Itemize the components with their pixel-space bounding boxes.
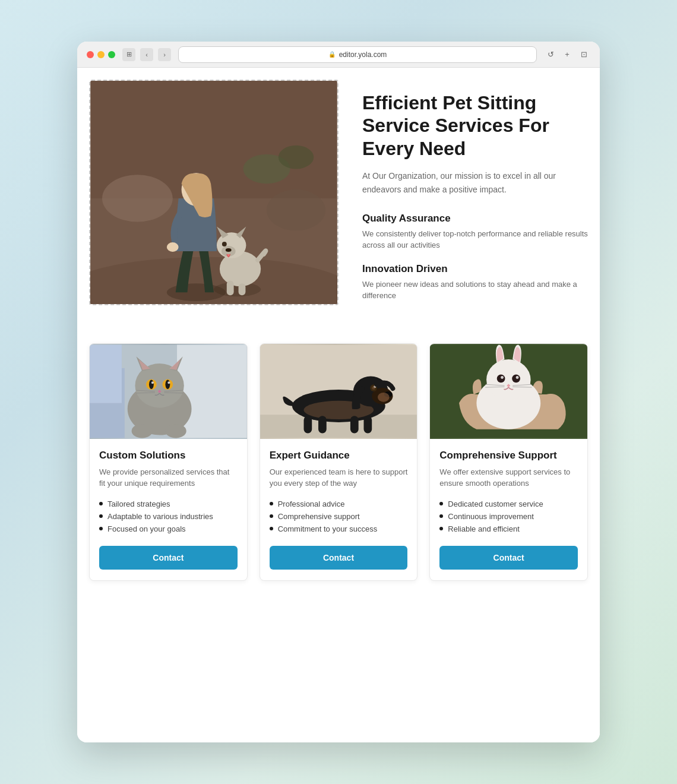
card-list-comprehensive: Dedicated customer service Continuous im…	[439, 498, 578, 535]
svg-rect-19	[177, 345, 247, 438]
bullet-icon	[99, 514, 103, 518]
cards-section: Custom Solutions We provide personalized…	[89, 337, 588, 587]
add-tab-button[interactable]: +	[561, 48, 574, 61]
bullet-icon	[270, 514, 273, 518]
bullet-icon	[439, 527, 443, 530]
browser-controls: ⊞ ‹ ›	[122, 48, 171, 61]
card-body-expert: Expert Guidance Our experienced team is …	[260, 439, 417, 580]
cat-image	[90, 344, 247, 439]
card-custom-solutions: Custom Solutions We provide personalized…	[89, 343, 248, 581]
browser-window: ⊞ ‹ › 🔒 editor.yola.com ↺ + ⊡	[77, 42, 600, 742]
browser-chrome: ⊞ ‹ › 🔒 editor.yola.com ↺ + ⊡	[77, 42, 600, 68]
svg-point-49	[378, 393, 390, 402]
bullet-icon	[439, 502, 443, 505]
dog-image	[260, 344, 417, 439]
card-list-expert: Professional advice Comprehensive suppor…	[270, 498, 408, 535]
page-content: Efficient Pet Sitting Service Services F…	[77, 68, 600, 742]
svg-point-27	[165, 380, 170, 389]
bullet-text: Dedicated customer service	[448, 500, 543, 508]
svg-point-29	[167, 381, 170, 384]
svg-point-9	[167, 242, 179, 252]
refresh-button[interactable]: ↺	[544, 48, 557, 61]
traffic-lights	[87, 51, 115, 58]
hero-title: Efficient Pet Sitting Service Services F…	[362, 91, 588, 160]
card-title-custom: Custom Solutions	[99, 450, 238, 461]
feature-title-quality: Quality Assurance	[362, 213, 588, 225]
extensions-button[interactable]: ⊡	[577, 48, 590, 61]
svg-point-50	[372, 386, 375, 390]
list-item: Commitment to your success	[270, 523, 408, 535]
contact-button-comprehensive[interactable]: Contact	[439, 546, 578, 570]
bullet-text: Reliable and efficient	[448, 524, 519, 533]
address-bar[interactable]: 🔒 editor.yola.com	[178, 46, 537, 63]
contact-button-expert[interactable]: Contact	[270, 546, 408, 570]
list-item: Continuous improvement	[439, 510, 578, 523]
contact-button-custom[interactable]: Contact	[99, 546, 238, 570]
hero-subtitle: At Our Organization, our mission is to e…	[362, 169, 588, 196]
feature-title-innovation: Innovation Driven	[362, 263, 588, 275]
svg-rect-48	[363, 416, 372, 433]
svg-point-14	[226, 248, 232, 252]
feature-block-innovation: Innovation Driven We pioneer new ideas a…	[362, 263, 588, 302]
url-text: editor.yola.com	[339, 50, 387, 59]
bullet-text: Continuous improvement	[448, 512, 534, 521]
hero-image-container	[89, 80, 338, 305]
bullet-icon	[270, 527, 273, 530]
list-item: Adaptable to various industries	[99, 510, 238, 523]
svg-point-54	[486, 359, 531, 400]
svg-point-3	[102, 175, 173, 222]
browser-actions: ↺ + ⊡	[544, 48, 590, 61]
card-desc-comprehensive: We offer extensive support services to e…	[439, 466, 578, 489]
bullet-text: Focused on your goals	[107, 524, 186, 533]
bullet-icon	[99, 502, 103, 505]
feature-desc-innovation: We pioneer new ideas and solutions to st…	[362, 279, 588, 302]
svg-point-58	[516, 376, 519, 379]
card-body-custom: Custom Solutions We provide personalized…	[90, 439, 247, 580]
svg-point-57	[501, 376, 504, 379]
card-desc-expert: Our experienced team is here to support …	[270, 466, 408, 489]
svg-point-6	[279, 146, 314, 169]
card-desc-custom: We provide personalized services that fi…	[99, 466, 238, 489]
card-body-comprehensive: Comprehensive Support We offer extensive…	[430, 439, 587, 580]
svg-point-4	[267, 189, 325, 230]
back-button[interactable]: ‹	[140, 48, 153, 61]
feature-desc-quality: We consistently deliver top-notch perfor…	[362, 228, 588, 251]
forward-button[interactable]: ›	[158, 48, 171, 61]
svg-rect-45	[303, 416, 312, 433]
svg-point-15	[222, 242, 227, 246]
hero-section: Efficient Pet Sitting Service Services F…	[89, 80, 588, 314]
bullet-icon	[99, 527, 103, 530]
card-title-comprehensive: Comprehensive Support	[439, 450, 578, 461]
list-item: Focused on your goals	[99, 523, 238, 535]
list-item: Dedicated customer service	[439, 498, 578, 510]
svg-point-35	[165, 424, 186, 438]
svg-rect-47	[350, 416, 359, 433]
rabbit-image	[430, 344, 587, 439]
list-item: Reliable and efficient	[439, 523, 578, 535]
card-title-expert: Expert Guidance	[270, 450, 408, 461]
svg-rect-17	[239, 283, 246, 295]
maximize-button[interactable]	[108, 51, 115, 58]
svg-rect-21	[90, 345, 122, 403]
svg-point-56	[513, 375, 521, 383]
svg-rect-16	[227, 280, 234, 295]
list-item: Tailored strategies	[99, 498, 238, 510]
svg-point-26	[149, 380, 154, 389]
svg-rect-46	[318, 416, 327, 433]
card-comprehensive-support: Comprehensive Support We offer extensive…	[429, 343, 588, 581]
svg-point-28	[151, 381, 154, 384]
list-item: Comprehensive support	[270, 510, 408, 523]
svg-point-55	[497, 375, 505, 383]
close-button[interactable]	[87, 51, 94, 58]
tab-view-button[interactable]: ⊞	[122, 48, 135, 61]
bullet-text: Commitment to your success	[278, 524, 378, 533]
bullet-text: Tailored strategies	[107, 500, 170, 508]
minimize-button[interactable]	[97, 51, 105, 58]
hero-text: Efficient Pet Sitting Service Services F…	[362, 80, 588, 314]
card-list-custom: Tailored strategies Adaptable to various…	[99, 498, 238, 535]
bullet-text: Professional advice	[278, 500, 345, 508]
bullet-text: Comprehensive support	[278, 512, 360, 521]
svg-point-34	[132, 424, 153, 438]
bullet-text: Adaptable to various industries	[107, 512, 213, 521]
list-item: Professional advice	[270, 498, 408, 510]
